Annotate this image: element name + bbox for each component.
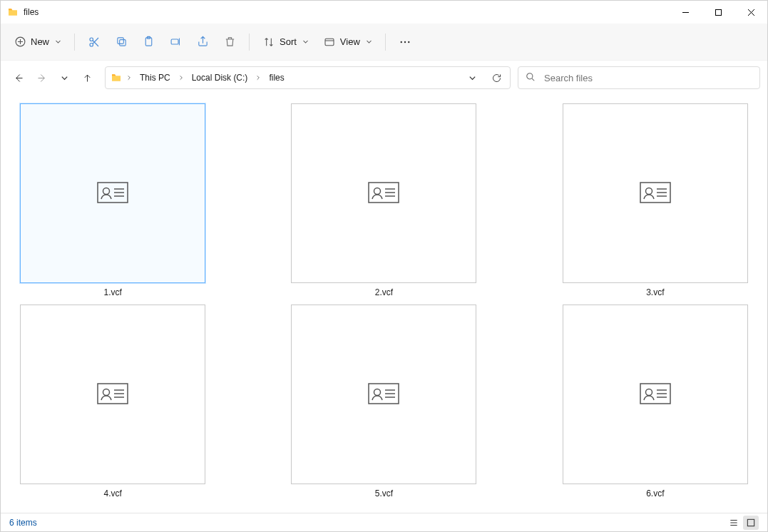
chevron-right-icon — [126, 74, 133, 82]
svg-point-13 — [527, 73, 533, 78]
sort-button[interactable]: Sort — [257, 29, 314, 55]
contact-card-icon — [97, 383, 128, 406]
contact-card-icon — [640, 383, 671, 406]
file-name: 4.vcf — [103, 488, 121, 498]
svg-point-19 — [645, 188, 652, 194]
svg-point-12 — [408, 41, 409, 42]
nav-back-button[interactable] — [8, 67, 29, 88]
svg-rect-5 — [117, 38, 123, 44]
svg-point-17 — [374, 188, 381, 194]
nav-forward-button[interactable] — [31, 67, 52, 88]
svg-point-2 — [90, 43, 93, 46]
clipboard-icon — [142, 36, 155, 48]
rename-button[interactable] — [163, 29, 188, 55]
file-item[interactable]: 4.vcf — [9, 305, 216, 498]
more-button[interactable] — [393, 29, 417, 55]
view-button[interactable]: View — [317, 29, 378, 55]
copy-icon — [115, 36, 128, 48]
details-view-button[interactable] — [726, 516, 742, 530]
nav-recent-button[interactable] — [53, 67, 75, 88]
separator — [74, 34, 75, 51]
contact-card-icon — [368, 182, 399, 205]
svg-point-10 — [400, 41, 401, 42]
separator — [385, 34, 386, 51]
contact-card-icon — [368, 383, 399, 406]
close-button[interactable] — [734, 1, 767, 24]
file-item[interactable]: 3.vcf — [552, 103, 759, 297]
svg-rect-26 — [747, 519, 754, 526]
svg-rect-0 — [715, 9, 721, 15]
address-row: This PC Local Disk (C:) files — [1, 61, 767, 95]
file-thumbnail — [20, 103, 205, 283]
thumbnails-view-button[interactable] — [743, 516, 759, 530]
maximize-button[interactable] — [702, 1, 734, 24]
svg-rect-9 — [325, 39, 334, 45]
chevron-down-icon — [366, 37, 372, 47]
file-thumbnail — [291, 103, 476, 283]
contact-card-icon — [97, 182, 128, 205]
file-thumbnail — [291, 305, 476, 484]
scissors-icon — [88, 36, 101, 48]
new-button[interactable]: New — [8, 29, 67, 55]
svg-point-25 — [645, 389, 652, 395]
file-name: 3.vcf — [646, 287, 664, 297]
chevron-down-icon — [55, 37, 61, 47]
window-title: files — [24, 7, 39, 17]
file-thumbnail — [20, 305, 205, 484]
breadcrumb-this-pc[interactable]: This PC — [135, 70, 175, 86]
view-icon — [323, 36, 336, 48]
ellipsis-icon — [399, 36, 411, 48]
svg-rect-8 — [171, 39, 178, 44]
file-item[interactable]: 2.vcf — [280, 103, 487, 297]
svg-rect-4 — [119, 40, 126, 46]
svg-point-15 — [103, 188, 110, 194]
minimize-button[interactable] — [669, 1, 702, 24]
folder-icon — [6, 6, 19, 19]
address-bar[interactable]: This PC Local Disk (C:) files — [105, 66, 511, 89]
search-icon — [526, 72, 536, 84]
trash-icon — [223, 36, 236, 48]
address-dropdown-button[interactable] — [463, 68, 481, 87]
file-item[interactable]: 5.vcf — [280, 305, 487, 498]
nav-up-button[interactable] — [76, 67, 98, 88]
chevron-down-icon — [302, 37, 309, 47]
file-name: 6.vcf — [646, 488, 664, 498]
search-box[interactable] — [518, 66, 760, 89]
status-text: 6 items — [9, 518, 37, 528]
cut-button[interactable] — [82, 29, 106, 55]
share-button[interactable] — [190, 29, 215, 55]
title-bar: files — [1, 1, 767, 24]
file-name: 2.vcf — [375, 287, 393, 297]
paste-button[interactable] — [136, 29, 160, 55]
chevron-right-icon — [178, 74, 185, 82]
file-thumbnail — [563, 103, 748, 283]
copy-button[interactable] — [109, 29, 133, 55]
rename-icon — [169, 36, 182, 48]
svg-point-11 — [404, 41, 406, 42]
sort-icon — [262, 36, 275, 48]
contact-card-icon — [640, 182, 671, 205]
file-name: 1.vcf — [103, 287, 121, 297]
svg-point-21 — [103, 389, 110, 395]
status-bar: 6 items — [1, 513, 767, 531]
chevron-right-icon — [255, 74, 262, 82]
sort-label: Sort — [280, 36, 297, 47]
new-icon — [14, 36, 26, 48]
file-thumbnail — [563, 305, 748, 484]
breadcrumb-local-disk[interactable]: Local Disk (C:) — [188, 70, 252, 86]
refresh-button[interactable] — [487, 68, 506, 87]
new-label: New — [31, 36, 49, 47]
share-icon — [196, 36, 209, 48]
breadcrumb-files[interactable]: files — [265, 70, 288, 86]
file-name: 5.vcf — [375, 488, 393, 498]
file-item[interactable]: 6.vcf — [552, 305, 759, 498]
view-label: View — [340, 36, 360, 47]
toolbar: New Sort — [1, 24, 767, 61]
file-item[interactable]: 1.vcf — [9, 103, 216, 297]
folder-icon — [110, 71, 123, 84]
separator — [249, 34, 250, 51]
svg-point-3 — [90, 38, 93, 41]
search-input[interactable] — [543, 72, 752, 84]
file-area[interactable]: 1.vcf 2.vcf 3.vcf 4.vcf 5.vcf 6.vcf — [1, 95, 767, 513]
delete-button[interactable] — [217, 29, 242, 55]
